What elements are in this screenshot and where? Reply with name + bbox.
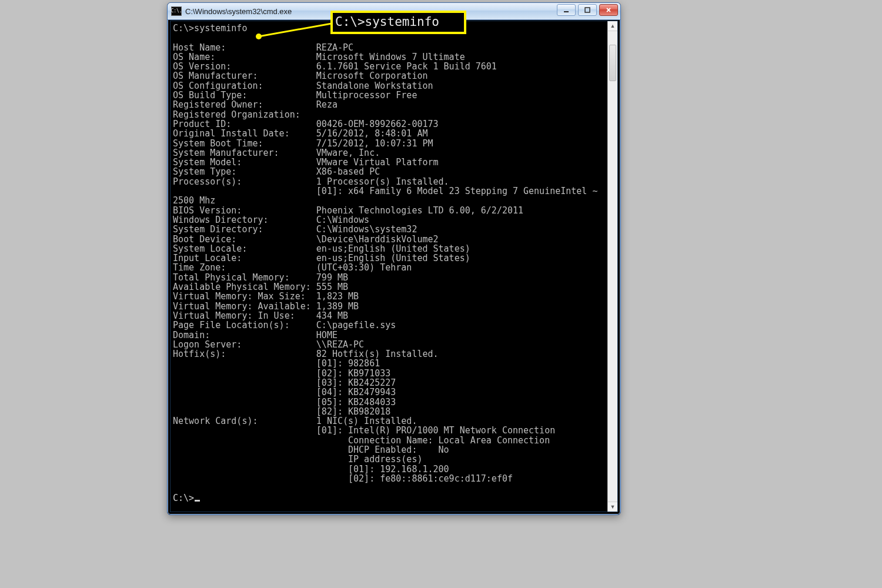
svg-rect-1 xyxy=(585,8,590,12)
scroll-up-arrow-icon[interactable]: ▲ xyxy=(608,21,617,31)
maximize-button[interactable] xyxy=(578,4,597,16)
vertical-scrollbar[interactable]: ▲ ▼ xyxy=(607,21,617,512)
svg-rect-0 xyxy=(564,11,569,12)
terminal-client-area: ▲ ▼ C:\>systeminfo Host Name: REZA-PC OS… xyxy=(170,21,618,512)
window-controls xyxy=(557,4,618,16)
cmd-window: C:\. C:\Windows\system32\cmd.exe ▲ ▼ C:\… xyxy=(167,2,621,515)
close-button[interactable] xyxy=(599,4,618,16)
scroll-thumb[interactable] xyxy=(609,45,616,81)
scroll-down-arrow-icon[interactable]: ▼ xyxy=(608,502,617,512)
cmd-app-icon-text: C:\. xyxy=(171,9,182,14)
annotation-callout: C:\>systeminfo xyxy=(330,11,466,34)
cmd-app-icon: C:\. xyxy=(171,6,182,16)
minimize-button[interactable] xyxy=(557,4,576,16)
terminal-output[interactable]: C:\>systeminfo Host Name: REZA-PC OS Nam… xyxy=(173,24,607,509)
window-title: C:\Windows\system32\cmd.exe xyxy=(185,7,292,16)
